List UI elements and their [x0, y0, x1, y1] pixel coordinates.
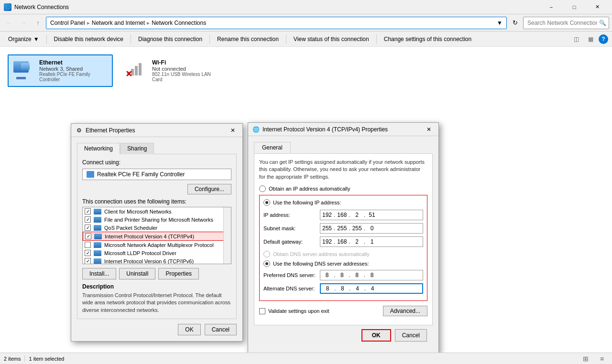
ip-seg-1[interactable]: [320, 210, 334, 220]
gateway-input[interactable]: . . .: [320, 236, 423, 247]
checkbox-file-sharing[interactable]: [85, 216, 91, 223]
minimize-button[interactable]: −: [540, 0, 562, 14]
item-icon-filesharing: [94, 217, 101, 223]
gw-seg-4[interactable]: [365, 237, 379, 246]
subnet-seg-1[interactable]: [320, 224, 334, 233]
ethernet-dialog-close[interactable]: ✕: [227, 125, 239, 136]
checkbox-ipv6[interactable]: [85, 258, 91, 264]
validate-label: Validate settings upon exit: [268, 308, 329, 314]
subnet-seg-2[interactable]: [335, 224, 349, 233]
tab-sharing[interactable]: Sharing: [120, 143, 154, 154]
help-button[interactable]: ?: [599, 34, 608, 44]
ipv4-ok-button[interactable]: OK: [361, 329, 391, 342]
view-status-button[interactable]: View status of this connection: [289, 33, 373, 45]
list-item[interactable]: Internet Protocol Version 6 (TCP/IPv6): [83, 257, 231, 264]
pdns-seg-4[interactable]: [365, 270, 379, 280]
checkbox-ipv4[interactable]: [85, 233, 91, 239]
auto-ip-option[interactable]: Obtain an IP address automatically: [259, 185, 427, 192]
radio-manual-ip[interactable]: [263, 199, 270, 206]
list-item[interactable]: QoS Packet Scheduler: [83, 224, 231, 232]
adns-seg-3[interactable]: [351, 284, 364, 293]
change-settings-button[interactable]: Change settings of this connection: [380, 33, 476, 45]
preferred-dns-input[interactable]: . . .: [320, 270, 423, 280]
checkbox-lldp[interactable]: [85, 250, 91, 256]
ip-address-input[interactable]: . . .: [320, 210, 423, 220]
gateway-row: Default gateway: . . .: [263, 236, 423, 247]
disable-device-button[interactable]: Disable this network device: [50, 33, 128, 45]
ip-address-row: IP address: . . .: [263, 210, 423, 220]
rename-button[interactable]: Rename this connection: [213, 33, 283, 45]
validate-checkbox[interactable]: [259, 308, 265, 314]
gw-seg-3[interactable]: [350, 237, 364, 246]
pdns-seg-1[interactable]: [320, 270, 334, 280]
list-item[interactable]: Microsoft LLDP Protocol Driver: [83, 249, 231, 257]
ipv4-properties-dialog: 🌐 Internet Protocol Version 4 (TCP/IPv4)…: [248, 122, 439, 353]
wifi-item[interactable]: ✕ Wi-Fi Not connected 802.11n USB Wirele…: [120, 54, 226, 87]
ipv4-tab-bar: General: [254, 142, 433, 153]
scrollbar[interactable]: [223, 207, 231, 264]
list-item[interactable]: File and Printer Sharing for Microsoft N…: [83, 215, 231, 224]
pdns-seg-2[interactable]: [335, 270, 349, 280]
status-view-btn-2[interactable]: ≡: [596, 353, 608, 364]
ethernet-ok-button[interactable]: OK: [178, 324, 200, 335]
adns-seg-2[interactable]: [336, 284, 349, 293]
radio-auto-dns[interactable]: [263, 251, 270, 257]
ipv4-dialog-close[interactable]: ✕: [423, 124, 435, 135]
ethernet-properties-dialog: ⚙ Ethernet Properties ✕ Networking Shari…: [71, 123, 243, 342]
radio-manual-dns[interactable]: [263, 260, 270, 267]
maximize-button[interactable]: □: [563, 0, 585, 14]
list-item-ipv4[interactable]: Internet Protocol Version 4 (TCP/IPv4): [83, 232, 231, 241]
checkbox-client[interactable]: [85, 208, 91, 214]
checkbox-qos[interactable]: [85, 225, 91, 231]
list-item[interactable]: Microsoft Network Adapter Multiplexor Pr…: [83, 241, 231, 249]
adapter-name: Realtek PCIe FE Family Controller: [97, 171, 185, 178]
window-icon: 🌐: [4, 3, 11, 11]
properties-button[interactable]: Properties: [158, 268, 199, 279]
list-item[interactable]: Client for Microsoft Networks: [83, 207, 231, 215]
up-button[interactable]: ↑: [32, 17, 44, 29]
radio-auto-ip[interactable]: [259, 185, 266, 192]
ip-seg-3[interactable]: [350, 210, 364, 220]
refresh-button[interactable]: ↻: [509, 17, 521, 29]
manual-ip-option[interactable]: Use the following IP address:: [263, 199, 423, 206]
configure-button[interactable]: Configure...: [187, 184, 231, 194]
manual-dns-option[interactable]: Use the following DNS server addresses:: [263, 260, 423, 267]
checkbox-multiplexor[interactable]: [85, 242, 91, 248]
status-view-btn-1[interactable]: ⊞: [579, 353, 592, 364]
ethernet-cancel-button[interactable]: Cancel: [205, 324, 237, 335]
subnet-seg-3[interactable]: [350, 224, 364, 233]
breadcrumb-control-panel[interactable]: Control Panel: [50, 20, 85, 26]
adns-seg-1[interactable]: [321, 284, 334, 293]
uninstall-button[interactable]: Uninstall: [119, 268, 155, 279]
install-button[interactable]: Install...: [82, 268, 116, 279]
subnet-seg-4[interactable]: [365, 224, 379, 233]
address-breadcrumb[interactable]: Control Panel ▸ Network and Internet ▸ N…: [46, 17, 507, 29]
auto-dns-option[interactable]: Obtain DNS server address automatically: [263, 251, 423, 257]
back-button[interactable]: ←: [3, 17, 15, 29]
validate-row: Validate settings upon exit Advanced...: [259, 306, 427, 316]
ip-seg-2[interactable]: [335, 210, 349, 220]
view-icon-button[interactable]: ◫: [570, 33, 582, 45]
pdns-seg-3[interactable]: [350, 270, 364, 280]
search-input[interactable]: [523, 17, 609, 29]
ethernet-item[interactable]: Ethernet Network 3, Shared Realtek PCIe …: [8, 54, 113, 87]
breadcrumb-network-internet[interactable]: Network and Internet: [92, 20, 145, 26]
organize-button[interactable]: Organize ▼: [4, 33, 44, 45]
advanced-button[interactable]: Advanced...: [383, 306, 427, 316]
gw-seg-2[interactable]: [335, 237, 349, 246]
breadcrumb-network-connections[interactable]: Network Connections: [152, 20, 206, 26]
alternate-dns-input[interactable]: . . .: [320, 283, 423, 294]
ipv4-tab-general[interactable]: General: [254, 142, 291, 153]
subnet-mask-input[interactable]: . . .: [320, 223, 423, 234]
tab-networking[interactable]: Networking: [77, 143, 120, 154]
view-toggle-button[interactable]: ▦: [584, 33, 597, 45]
diagnose-button[interactable]: Diagnose this connection: [134, 33, 207, 45]
close-button[interactable]: ✕: [586, 0, 608, 14]
adns-seg-4[interactable]: [366, 284, 379, 293]
ipv4-cancel-button[interactable]: Cancel: [395, 329, 427, 342]
items-label: This connection uses the following items…: [82, 198, 231, 205]
gw-seg-1[interactable]: [320, 237, 334, 246]
ip-seg-4[interactable]: [365, 210, 379, 220]
forward-button[interactable]: →: [17, 17, 30, 29]
ipv4-dialog-title: Internet Protocol Version 4 (TCP/IPv4) P…: [262, 126, 423, 133]
